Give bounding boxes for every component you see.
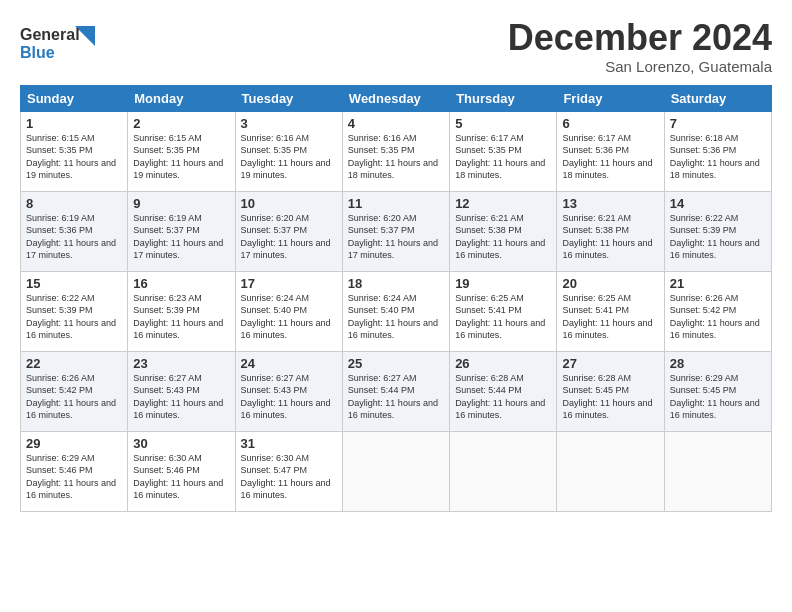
calendar-cell: 4Sunrise: 6:16 AMSunset: 5:35 PMDaylight… [342, 111, 449, 191]
day-number: 7 [670, 116, 766, 131]
day-number: 18 [348, 276, 444, 291]
svg-text:General: General [20, 26, 80, 43]
day-info: Sunrise: 6:15 AMSunset: 5:35 PMDaylight:… [26, 132, 122, 182]
calendar-table: SundayMondayTuesdayWednesdayThursdayFrid… [20, 85, 772, 512]
logo: General Blue [20, 18, 110, 66]
day-info: Sunrise: 6:21 AMSunset: 5:38 PMDaylight:… [455, 212, 551, 262]
day-number: 8 [26, 196, 122, 211]
day-number: 16 [133, 276, 229, 291]
day-number: 4 [348, 116, 444, 131]
day-number: 11 [348, 196, 444, 211]
day-info: Sunrise: 6:30 AMSunset: 5:47 PMDaylight:… [241, 452, 337, 502]
day-number: 19 [455, 276, 551, 291]
day-header-wednesday: Wednesday [342, 85, 449, 111]
calendar-cell: 20Sunrise: 6:25 AMSunset: 5:41 PMDayligh… [557, 271, 664, 351]
calendar-cell [664, 431, 771, 511]
day-info: Sunrise: 6:16 AMSunset: 5:35 PMDaylight:… [241, 132, 337, 182]
day-number: 20 [562, 276, 658, 291]
day-number: 10 [241, 196, 337, 211]
day-number: 28 [670, 356, 766, 371]
day-info: Sunrise: 6:24 AMSunset: 5:40 PMDaylight:… [348, 292, 444, 342]
day-info: Sunrise: 6:30 AMSunset: 5:46 PMDaylight:… [133, 452, 229, 502]
calendar-cell: 22Sunrise: 6:26 AMSunset: 5:42 PMDayligh… [21, 351, 128, 431]
calendar-cell: 8Sunrise: 6:19 AMSunset: 5:36 PMDaylight… [21, 191, 128, 271]
calendar-cell: 7Sunrise: 6:18 AMSunset: 5:36 PMDaylight… [664, 111, 771, 191]
day-number: 15 [26, 276, 122, 291]
day-info: Sunrise: 6:20 AMSunset: 5:37 PMDaylight:… [241, 212, 337, 262]
day-info: Sunrise: 6:26 AMSunset: 5:42 PMDaylight:… [26, 372, 122, 422]
day-info: Sunrise: 6:23 AMSunset: 5:39 PMDaylight:… [133, 292, 229, 342]
day-info: Sunrise: 6:16 AMSunset: 5:35 PMDaylight:… [348, 132, 444, 182]
day-number: 25 [348, 356, 444, 371]
day-number: 24 [241, 356, 337, 371]
svg-text:Blue: Blue [20, 44, 55, 61]
calendar-cell: 1Sunrise: 6:15 AMSunset: 5:35 PMDaylight… [21, 111, 128, 191]
calendar-week-row: 8Sunrise: 6:19 AMSunset: 5:36 PMDaylight… [21, 191, 772, 271]
day-info: Sunrise: 6:25 AMSunset: 5:41 PMDaylight:… [455, 292, 551, 342]
day-number: 1 [26, 116, 122, 131]
calendar-cell: 16Sunrise: 6:23 AMSunset: 5:39 PMDayligh… [128, 271, 235, 351]
calendar-cell: 10Sunrise: 6:20 AMSunset: 5:37 PMDayligh… [235, 191, 342, 271]
header: General Blue December 2024 San Lorenzo, … [20, 18, 772, 75]
day-info: Sunrise: 6:21 AMSunset: 5:38 PMDaylight:… [562, 212, 658, 262]
day-number: 2 [133, 116, 229, 131]
day-number: 21 [670, 276, 766, 291]
calendar-cell: 27Sunrise: 6:28 AMSunset: 5:45 PMDayligh… [557, 351, 664, 431]
calendar-cell: 13Sunrise: 6:21 AMSunset: 5:38 PMDayligh… [557, 191, 664, 271]
day-info: Sunrise: 6:27 AMSunset: 5:43 PMDaylight:… [133, 372, 229, 422]
day-info: Sunrise: 6:27 AMSunset: 5:44 PMDaylight:… [348, 372, 444, 422]
day-info: Sunrise: 6:22 AMSunset: 5:39 PMDaylight:… [26, 292, 122, 342]
day-info: Sunrise: 6:19 AMSunset: 5:37 PMDaylight:… [133, 212, 229, 262]
day-info: Sunrise: 6:27 AMSunset: 5:43 PMDaylight:… [241, 372, 337, 422]
day-header-monday: Monday [128, 85, 235, 111]
day-header-tuesday: Tuesday [235, 85, 342, 111]
calendar-cell: 18Sunrise: 6:24 AMSunset: 5:40 PMDayligh… [342, 271, 449, 351]
calendar-cell: 17Sunrise: 6:24 AMSunset: 5:40 PMDayligh… [235, 271, 342, 351]
calendar-cell: 28Sunrise: 6:29 AMSunset: 5:45 PMDayligh… [664, 351, 771, 431]
day-info: Sunrise: 6:29 AMSunset: 5:45 PMDaylight:… [670, 372, 766, 422]
day-number: 12 [455, 196, 551, 211]
calendar-cell: 12Sunrise: 6:21 AMSunset: 5:38 PMDayligh… [450, 191, 557, 271]
calendar-header-row: SundayMondayTuesdayWednesdayThursdayFrid… [21, 85, 772, 111]
calendar-cell: 5Sunrise: 6:17 AMSunset: 5:35 PMDaylight… [450, 111, 557, 191]
logo-svg: General Blue [20, 18, 110, 66]
calendar-week-row: 29Sunrise: 6:29 AMSunset: 5:46 PMDayligh… [21, 431, 772, 511]
day-number: 14 [670, 196, 766, 211]
location: San Lorenzo, Guatemala [508, 58, 772, 75]
month-title: December 2024 [508, 18, 772, 58]
day-header-thursday: Thursday [450, 85, 557, 111]
day-info: Sunrise: 6:22 AMSunset: 5:39 PMDaylight:… [670, 212, 766, 262]
day-info: Sunrise: 6:28 AMSunset: 5:45 PMDaylight:… [562, 372, 658, 422]
day-number: 9 [133, 196, 229, 211]
day-info: Sunrise: 6:26 AMSunset: 5:42 PMDaylight:… [670, 292, 766, 342]
day-number: 26 [455, 356, 551, 371]
calendar-week-row: 22Sunrise: 6:26 AMSunset: 5:42 PMDayligh… [21, 351, 772, 431]
day-number: 6 [562, 116, 658, 131]
day-number: 17 [241, 276, 337, 291]
day-number: 22 [26, 356, 122, 371]
day-header-saturday: Saturday [664, 85, 771, 111]
day-number: 30 [133, 436, 229, 451]
day-number: 23 [133, 356, 229, 371]
calendar-cell: 9Sunrise: 6:19 AMSunset: 5:37 PMDaylight… [128, 191, 235, 271]
calendar-cell: 30Sunrise: 6:30 AMSunset: 5:46 PMDayligh… [128, 431, 235, 511]
day-number: 5 [455, 116, 551, 131]
calendar-cell: 21Sunrise: 6:26 AMSunset: 5:42 PMDayligh… [664, 271, 771, 351]
day-header-friday: Friday [557, 85, 664, 111]
calendar-cell: 3Sunrise: 6:16 AMSunset: 5:35 PMDaylight… [235, 111, 342, 191]
calendar-cell: 26Sunrise: 6:28 AMSunset: 5:44 PMDayligh… [450, 351, 557, 431]
day-info: Sunrise: 6:19 AMSunset: 5:36 PMDaylight:… [26, 212, 122, 262]
calendar-week-row: 1Sunrise: 6:15 AMSunset: 5:35 PMDaylight… [21, 111, 772, 191]
day-info: Sunrise: 6:18 AMSunset: 5:36 PMDaylight:… [670, 132, 766, 182]
day-number: 29 [26, 436, 122, 451]
calendar-week-row: 15Sunrise: 6:22 AMSunset: 5:39 PMDayligh… [21, 271, 772, 351]
page: General Blue December 2024 San Lorenzo, … [0, 0, 792, 612]
calendar-cell [342, 431, 449, 511]
day-number: 27 [562, 356, 658, 371]
day-info: Sunrise: 6:17 AMSunset: 5:35 PMDaylight:… [455, 132, 551, 182]
day-info: Sunrise: 6:17 AMSunset: 5:36 PMDaylight:… [562, 132, 658, 182]
day-number: 31 [241, 436, 337, 451]
calendar-cell: 11Sunrise: 6:20 AMSunset: 5:37 PMDayligh… [342, 191, 449, 271]
calendar-cell: 24Sunrise: 6:27 AMSunset: 5:43 PMDayligh… [235, 351, 342, 431]
title-block: December 2024 San Lorenzo, Guatemala [508, 18, 772, 75]
